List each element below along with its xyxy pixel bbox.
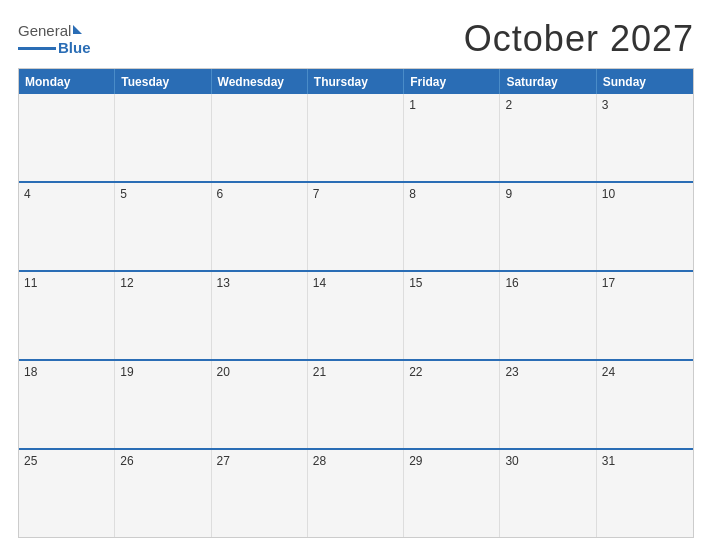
calendar-cell-w1-d3 [212, 94, 308, 181]
calendar-week-3: 11121314151617 [19, 270, 693, 359]
day-number: 3 [602, 98, 609, 112]
header-tuesday: Tuesday [115, 69, 211, 94]
day-number: 25 [24, 454, 37, 468]
calendar-cell-w1-d4 [308, 94, 404, 181]
calendar-cell-w2-d3: 6 [212, 183, 308, 270]
calendar-cell-w2-d1: 4 [19, 183, 115, 270]
calendar-cell-w5-d4: 28 [308, 450, 404, 537]
calendar-grid: Monday Tuesday Wednesday Thursday Friday… [18, 68, 694, 538]
header-wednesday: Wednesday [212, 69, 308, 94]
day-number: 5 [120, 187, 127, 201]
calendar-cell-w4-d2: 19 [115, 361, 211, 448]
header-monday: Monday [19, 69, 115, 94]
day-number: 1 [409, 98, 416, 112]
header-saturday: Saturday [500, 69, 596, 94]
logo-blue-text: Blue [58, 39, 91, 56]
calendar-cell-w3-d4: 14 [308, 272, 404, 359]
header-sunday: Sunday [597, 69, 693, 94]
calendar-cell-w1-d1 [19, 94, 115, 181]
calendar-cell-w2-d5: 8 [404, 183, 500, 270]
day-number: 22 [409, 365, 422, 379]
calendar-week-1: 123 [19, 94, 693, 181]
day-number: 4 [24, 187, 31, 201]
calendar-cell-w4-d4: 21 [308, 361, 404, 448]
calendar-cell-w5-d2: 26 [115, 450, 211, 537]
calendar-cell-w4-d5: 22 [404, 361, 500, 448]
calendar-cell-w1-d5: 1 [404, 94, 500, 181]
logo-line-icon [18, 47, 56, 50]
day-number: 26 [120, 454, 133, 468]
logo-triangle-icon [73, 25, 82, 34]
calendar-cell-w4-d6: 23 [500, 361, 596, 448]
calendar-cell-w3-d2: 12 [115, 272, 211, 359]
calendar-cell-w5-d1: 25 [19, 450, 115, 537]
day-number: 11 [24, 276, 37, 290]
calendar-header-row: Monday Tuesday Wednesday Thursday Friday… [19, 69, 693, 94]
day-number: 6 [217, 187, 224, 201]
day-number: 7 [313, 187, 320, 201]
day-number: 2 [505, 98, 512, 112]
day-number: 10 [602, 187, 615, 201]
day-number: 30 [505, 454, 518, 468]
day-number: 28 [313, 454, 326, 468]
day-number: 31 [602, 454, 615, 468]
calendar-cell-w4-d1: 18 [19, 361, 115, 448]
calendar-cell-w5-d3: 27 [212, 450, 308, 537]
calendar-week-4: 18192021222324 [19, 359, 693, 448]
calendar-cell-w1-d2 [115, 94, 211, 181]
calendar-cell-w4-d7: 24 [597, 361, 693, 448]
calendar-cell-w3-d1: 11 [19, 272, 115, 359]
calendar-cell-w5-d6: 30 [500, 450, 596, 537]
day-number: 12 [120, 276, 133, 290]
calendar-body: 1234567891011121314151617181920212223242… [19, 94, 693, 537]
calendar-cell-w2-d2: 5 [115, 183, 211, 270]
calendar-week-2: 45678910 [19, 181, 693, 270]
day-number: 9 [505, 187, 512, 201]
calendar-page: General Blue October 2027 Monday Tuesday… [0, 0, 712, 550]
day-number: 16 [505, 276, 518, 290]
page-header: General Blue October 2027 [18, 18, 694, 60]
day-number: 14 [313, 276, 326, 290]
day-number: 19 [120, 365, 133, 379]
calendar-cell-w2-d7: 10 [597, 183, 693, 270]
calendar-cell-w4-d3: 20 [212, 361, 308, 448]
day-number: 21 [313, 365, 326, 379]
calendar-cell-w3-d3: 13 [212, 272, 308, 359]
day-number: 27 [217, 454, 230, 468]
calendar-cell-w2-d6: 9 [500, 183, 596, 270]
day-number: 24 [602, 365, 615, 379]
day-number: 20 [217, 365, 230, 379]
calendar-cell-w2-d4: 7 [308, 183, 404, 270]
calendar-cell-w3-d7: 17 [597, 272, 693, 359]
calendar-cell-w5-d7: 31 [597, 450, 693, 537]
day-number: 8 [409, 187, 416, 201]
day-number: 17 [602, 276, 615, 290]
calendar-cell-w3-d5: 15 [404, 272, 500, 359]
calendar-cell-w5-d5: 29 [404, 450, 500, 537]
calendar-cell-w1-d6: 2 [500, 94, 596, 181]
logo-general-text: General [18, 22, 71, 39]
header-friday: Friday [404, 69, 500, 94]
day-number: 29 [409, 454, 422, 468]
day-number: 15 [409, 276, 422, 290]
month-title: October 2027 [464, 18, 694, 60]
day-number: 18 [24, 365, 37, 379]
day-number: 23 [505, 365, 518, 379]
day-number: 13 [217, 276, 230, 290]
logo: General Blue [18, 22, 91, 56]
calendar-cell-w3-d6: 16 [500, 272, 596, 359]
calendar-week-5: 25262728293031 [19, 448, 693, 537]
header-thursday: Thursday [308, 69, 404, 94]
calendar-cell-w1-d7: 3 [597, 94, 693, 181]
